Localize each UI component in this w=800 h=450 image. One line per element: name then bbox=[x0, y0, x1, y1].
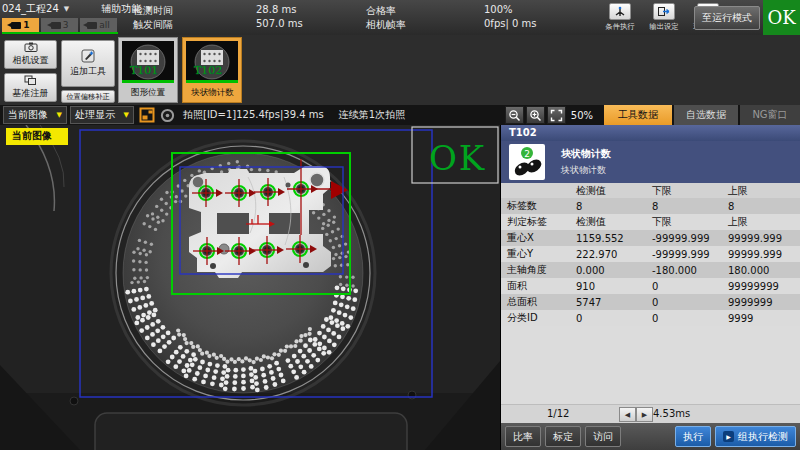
row-value: 8 bbox=[652, 201, 728, 212]
stat-value: 28.8 ms bbox=[256, 4, 296, 15]
button-label: 相机设置 bbox=[13, 54, 49, 67]
camera-icon bbox=[87, 22, 97, 29]
tab-tool-data[interactable]: 工具数据 bbox=[604, 105, 672, 125]
row-label: 面积 bbox=[501, 279, 576, 293]
row-label: 标签数 bbox=[501, 199, 576, 213]
row-value: 1159.552 bbox=[576, 233, 652, 244]
group-execute-button[interactable]: ▶ 组执行检测 bbox=[715, 426, 796, 447]
row-value: 8 bbox=[576, 201, 652, 212]
tab-custom-data[interactable]: 自选数据 bbox=[674, 105, 738, 125]
image-toolbar: 当前图像 ▼ 处理显示 ▼ 拍照[ID=1]125.4fps|39.4 ms 连… bbox=[0, 105, 800, 125]
camera-image: OK bbox=[0, 125, 500, 450]
row-label: 分类ID bbox=[501, 311, 576, 325]
prev-page-button[interactable]: ◀ bbox=[619, 407, 636, 422]
zoom-out-button[interactable] bbox=[505, 106, 524, 124]
reference-register-button[interactable]: 基准注册 bbox=[4, 73, 57, 102]
column-header: 上限 bbox=[728, 184, 800, 198]
tool-data-panel: T102 2 块状物计数 块状物计数 检测值 下限 bbox=[500, 125, 800, 450]
blob-count-icon: 2 bbox=[509, 144, 545, 180]
button-label: 基准注册 bbox=[13, 87, 49, 100]
capture-status: 连续第1次拍照 bbox=[339, 109, 405, 120]
tab-ng-window[interactable]: NG窗口 bbox=[740, 105, 800, 125]
global-status-badge: OK bbox=[763, 0, 800, 35]
table-row[interactable]: 分类ID009999 bbox=[501, 310, 800, 326]
process-display-dropdown[interactable]: 处理显示 ▼ bbox=[70, 106, 134, 124]
stat-value: 0fps| 0 ms bbox=[484, 18, 536, 29]
table-row[interactable]: 主轴角度0.000-180.000180.000 bbox=[501, 262, 800, 278]
row-label: 重心X bbox=[501, 231, 576, 245]
table-row[interactable]: 总面积574709999999 bbox=[501, 294, 800, 310]
row-value: -99999.999 bbox=[652, 233, 728, 244]
vision-app-window: 024_工程24 ▼ 辅助功能 ▼ 1 3 all 检测时间 28.8 ms 触… bbox=[0, 0, 800, 450]
condition-execute-button[interactable]: 条件执行 bbox=[600, 3, 640, 32]
page-indicator: 1/12 bbox=[547, 408, 569, 419]
camera-tab-1[interactable]: 1 bbox=[2, 18, 39, 32]
register-icon bbox=[24, 75, 37, 85]
display-position-button[interactable] bbox=[139, 107, 155, 123]
row-value: 99999.999 bbox=[728, 233, 800, 244]
dropdown-value: 当前图像 bbox=[8, 108, 48, 122]
run-mode-button[interactable]: 至运行模式 bbox=[694, 6, 760, 30]
result-table: 检测值 下限 上限 标签数888判定标签检测值下限上限重心X1159.552-9… bbox=[501, 183, 800, 405]
calibration-button[interactable]: 标定 bbox=[545, 426, 581, 447]
camera-settings-button[interactable]: 相机设置 bbox=[4, 40, 57, 69]
stat-label: 合格率 bbox=[366, 4, 396, 18]
tool-info: 2 块状物计数 块状物计数 bbox=[501, 141, 800, 183]
camera-tab-3[interactable]: 3 bbox=[41, 18, 78, 32]
table-body: 标签数888判定标签检测值下限上限重心X1159.552-99999.99999… bbox=[501, 198, 800, 326]
zoom-level: 50% bbox=[571, 110, 593, 121]
panel-footer: 比率 标定 访问 执行 ▶ 组执行检测 bbox=[501, 423, 800, 450]
table-row[interactable]: 重心Y222.970-99999.99999999.999 bbox=[501, 246, 800, 262]
row-value: 检测值 bbox=[576, 215, 652, 229]
add-tool-button[interactable]: 追加工具 bbox=[61, 40, 115, 87]
thumbnail-image: T102 bbox=[186, 41, 238, 83]
output-settings-button[interactable]: 输出设定 bbox=[644, 3, 684, 32]
output-icon bbox=[653, 3, 675, 20]
row-value: 180.000 bbox=[728, 265, 800, 276]
tool-strip: 相机设置 基准注册 追加工具 位置偏移补正 T101 图形位置 T102 bbox=[0, 35, 800, 105]
camera-lens-icon[interactable] bbox=[160, 108, 175, 123]
project-menu[interactable]: 024_工程24 bbox=[2, 2, 59, 16]
row-value: 0 bbox=[652, 313, 728, 324]
row-value: 8 bbox=[728, 201, 800, 212]
row-value: 9999999 bbox=[728, 297, 800, 308]
execute-button[interactable]: 执行 bbox=[675, 426, 711, 447]
image-source-label[interactable]: 当前图像 bbox=[6, 128, 68, 145]
camera-tab-label: 3 bbox=[63, 20, 69, 30]
result-pager: 1/12 ◀ ▶ 4.53ms bbox=[501, 404, 800, 423]
row-value: 0 bbox=[652, 297, 728, 308]
next-page-button[interactable]: ▶ bbox=[636, 407, 653, 422]
position-offset-button[interactable]: 位置偏移补正 bbox=[61, 90, 115, 103]
access-button[interactable]: 访问 bbox=[585, 426, 621, 447]
row-value: 下限 bbox=[652, 215, 728, 229]
camera-image-view[interactable]: OK 当前图像 bbox=[0, 125, 500, 450]
table-row[interactable]: 面积910099999999 bbox=[501, 278, 800, 294]
camera-tab-all[interactable]: all bbox=[80, 18, 117, 32]
button-label: 追加工具 bbox=[70, 65, 106, 78]
table-row[interactable]: 重心X1159.552-99999.99999999.999 bbox=[501, 230, 800, 246]
tool-id-header: T102 bbox=[501, 125, 800, 141]
tool-thumbnail-list: T101 图形位置 T102 块状物计数 bbox=[118, 37, 242, 103]
stat-label: 触发间隔 bbox=[133, 18, 173, 32]
row-label: 主轴角度 bbox=[501, 263, 576, 277]
chevron-down-icon[interactable]: ▼ bbox=[64, 6, 69, 13]
row-value: 9999 bbox=[728, 313, 800, 324]
row-value: 99999999 bbox=[728, 281, 800, 292]
button-label: 条件执行 bbox=[605, 21, 634, 31]
button-label: 组执行检测 bbox=[738, 430, 788, 444]
table-header-row: 检测值 下限 上限 bbox=[501, 183, 800, 198]
capture-stats: 拍照[ID=1]125.4fps|39.4 ms bbox=[183, 109, 324, 120]
add-tool-icon bbox=[81, 49, 95, 63]
fit-screen-button[interactable] bbox=[547, 106, 566, 124]
zoom-in-button[interactable] bbox=[526, 106, 545, 124]
header-bar: 024_工程24 ▼ 辅助功能 ▼ 1 3 all 检测时间 28.8 ms 触… bbox=[0, 0, 800, 36]
thumbnail-t101[interactable]: T101 图形位置 bbox=[118, 37, 178, 103]
current-image-dropdown[interactable]: 当前图像 ▼ bbox=[3, 106, 67, 124]
table-row[interactable]: 标签数888 bbox=[501, 198, 800, 214]
row-value: 0 bbox=[652, 281, 728, 292]
camera-tab-underline bbox=[2, 32, 118, 34]
ratio-button[interactable]: 比率 bbox=[505, 426, 541, 447]
table-row[interactable]: 判定标签检测值下限上限 bbox=[501, 214, 800, 230]
thumbnail-t102[interactable]: T102 块状物计数 bbox=[182, 37, 242, 103]
camera-tab-label: 1 bbox=[23, 20, 29, 30]
